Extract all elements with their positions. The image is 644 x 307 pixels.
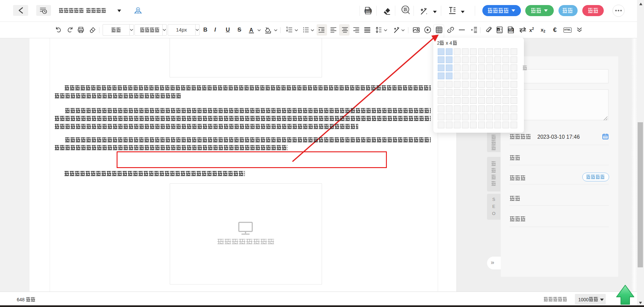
svg-text:PDF: PDF bbox=[509, 29, 513, 31]
svg-text:DOC: DOC bbox=[366, 10, 371, 12]
svg-text:A: A bbox=[249, 27, 253, 33]
